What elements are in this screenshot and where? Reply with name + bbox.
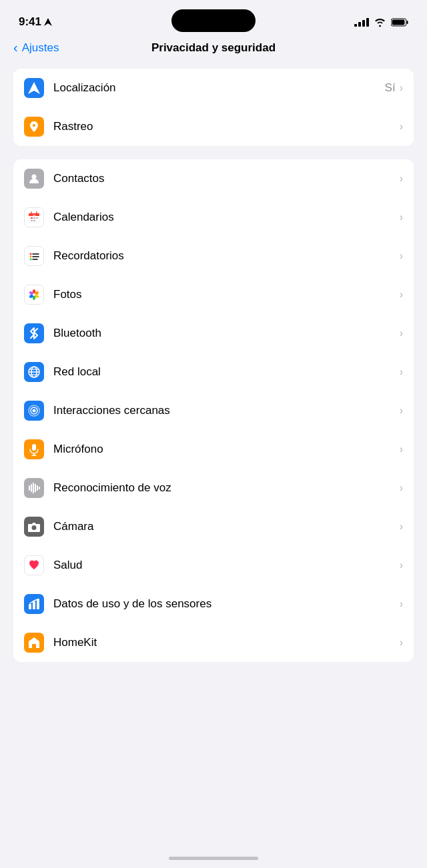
chevron-right-icon: › bbox=[400, 598, 403, 610]
svg-rect-10 bbox=[36, 217, 38, 219]
bluetooth-label: Bluetooth bbox=[53, 327, 400, 340]
svg-rect-41 bbox=[31, 484, 32, 492]
svg-rect-42 bbox=[33, 483, 34, 493]
location-status-icon bbox=[44, 18, 52, 26]
interacciones-label: Interacciones cercanas bbox=[53, 404, 400, 417]
svg-rect-45 bbox=[39, 487, 40, 489]
svg-rect-43 bbox=[35, 484, 36, 492]
bluetooth-icon bbox=[24, 323, 44, 343]
camara-icon bbox=[24, 517, 44, 537]
svg-rect-11 bbox=[31, 220, 33, 221]
chevron-right-icon: › bbox=[400, 482, 403, 494]
camara-label: Cámara bbox=[53, 520, 400, 533]
fotos-icon bbox=[24, 285, 44, 305]
svg-rect-2 bbox=[407, 21, 408, 24]
svg-point-18 bbox=[30, 259, 32, 261]
list-item-microfono[interactable]: Micrófono › bbox=[13, 430, 414, 469]
rastreo-label: Rastreo bbox=[53, 120, 400, 133]
svg-marker-0 bbox=[44, 18, 52, 26]
svg-rect-37 bbox=[32, 444, 36, 451]
chevron-right-icon: › bbox=[400, 405, 403, 417]
rastreo-icon bbox=[24, 117, 44, 137]
status-time: 9:41 bbox=[19, 15, 52, 29]
section-permissions: Contactos › 29 Calendarios bbox=[13, 159, 414, 662]
chevron-right-icon: › bbox=[400, 211, 403, 223]
contactos-icon bbox=[24, 169, 44, 189]
chevron-right-icon: › bbox=[400, 173, 403, 185]
recordatorios-icon bbox=[24, 246, 44, 266]
chevron-right-icon: › bbox=[400, 366, 403, 378]
svg-rect-12 bbox=[33, 220, 35, 221]
list-item-calendarios[interactable]: 29 Calendarios › bbox=[13, 198, 414, 237]
salud-label: Salud bbox=[53, 559, 400, 572]
list-item-localizacion[interactable]: Localización Sí › bbox=[13, 69, 414, 107]
recordatorios-label: Recordatorios bbox=[53, 249, 400, 263]
list-item-datos-uso[interactable]: Datos de uso y de los sensores › bbox=[13, 585, 414, 623]
chevron-right-icon: › bbox=[400, 521, 403, 533]
svg-point-16 bbox=[30, 253, 32, 255]
section-location: Localización Sí › Rastreo › bbox=[13, 69, 414, 146]
svg-text:29: 29 bbox=[33, 215, 35, 217]
homekit-icon bbox=[24, 633, 44, 653]
localizacion-icon bbox=[24, 78, 44, 98]
red-local-icon bbox=[24, 362, 44, 382]
svg-rect-48 bbox=[37, 599, 39, 609]
calendarios-icon: 29 bbox=[24, 207, 44, 227]
localizacion-label: Localización bbox=[53, 81, 385, 95]
status-icons bbox=[354, 17, 408, 27]
list-item-fotos[interactable]: Fotos › bbox=[13, 275, 414, 314]
datos-uso-icon bbox=[24, 594, 44, 614]
signal-icon bbox=[354, 17, 369, 27]
contactos-label: Contactos bbox=[53, 172, 400, 185]
interacciones-icon bbox=[24, 401, 44, 421]
svg-marker-4 bbox=[28, 82, 40, 94]
nav-header: ‹ Ajustes Privacidad y seguridad bbox=[0, 35, 427, 63]
microfono-icon bbox=[24, 439, 44, 459]
chevron-right-icon: › bbox=[400, 82, 403, 94]
svg-rect-3 bbox=[392, 19, 405, 25]
homekit-label: HomeKit bbox=[53, 636, 400, 649]
page-title: Privacidad y seguridad bbox=[13, 41, 414, 55]
chevron-right-icon: › bbox=[400, 250, 403, 262]
time-label: 9:41 bbox=[19, 15, 41, 29]
list-item-homekit[interactable]: HomeKit › bbox=[13, 623, 414, 662]
chevron-right-icon: › bbox=[400, 327, 403, 339]
chevron-right-icon: › bbox=[400, 637, 403, 649]
list-item-red-local[interactable]: Red local › bbox=[13, 353, 414, 391]
chevron-right-icon: › bbox=[400, 121, 403, 133]
svg-point-34 bbox=[33, 409, 36, 413]
wifi-icon bbox=[374, 18, 386, 27]
svg-rect-46 bbox=[29, 604, 31, 609]
list-item-recordatorios[interactable]: Recordatorios › bbox=[13, 237, 414, 275]
svg-rect-47 bbox=[33, 601, 35, 609]
svg-rect-44 bbox=[37, 485, 38, 491]
reconocimiento-label: Reconocimiento de voz bbox=[53, 481, 400, 495]
list-item-camara[interactable]: Cámara › bbox=[13, 507, 414, 546]
list-item-salud[interactable]: Salud › bbox=[13, 546, 414, 585]
chevron-right-icon: › bbox=[400, 289, 403, 301]
settings-content: Localización Sí › Rastreo › Contact bbox=[0, 63, 427, 681]
red-local-label: Red local bbox=[53, 365, 400, 379]
datos-uso-label: Datos de uso y de los sensores bbox=[53, 597, 400, 611]
svg-rect-40 bbox=[29, 485, 30, 491]
svg-point-17 bbox=[30, 256, 32, 258]
list-item-reconocimiento[interactable]: Reconocimiento de voz › bbox=[13, 469, 414, 507]
svg-point-5 bbox=[32, 175, 37, 179]
calendarios-label: Calendarios bbox=[53, 211, 400, 224]
reconocimiento-icon bbox=[24, 478, 44, 498]
svg-rect-8 bbox=[31, 217, 33, 219]
list-item-contactos[interactable]: Contactos › bbox=[13, 159, 414, 198]
chevron-right-icon: › bbox=[400, 559, 403, 571]
battery-icon bbox=[391, 18, 408, 27]
chevron-right-icon: › bbox=[400, 443, 403, 455]
list-item-rastreo[interactable]: Rastreo › bbox=[13, 107, 414, 146]
list-item-bluetooth[interactable]: Bluetooth › bbox=[13, 314, 414, 353]
dynamic-island bbox=[171, 9, 256, 32]
home-indicator bbox=[169, 857, 258, 860]
salud-icon bbox=[24, 555, 44, 575]
microfono-label: Micrófono bbox=[53, 443, 400, 456]
list-item-interacciones[interactable]: Interacciones cercanas › bbox=[13, 391, 414, 430]
localizacion-value: Sí bbox=[385, 81, 396, 95]
fotos-label: Fotos bbox=[53, 288, 400, 301]
svg-rect-9 bbox=[33, 217, 35, 219]
